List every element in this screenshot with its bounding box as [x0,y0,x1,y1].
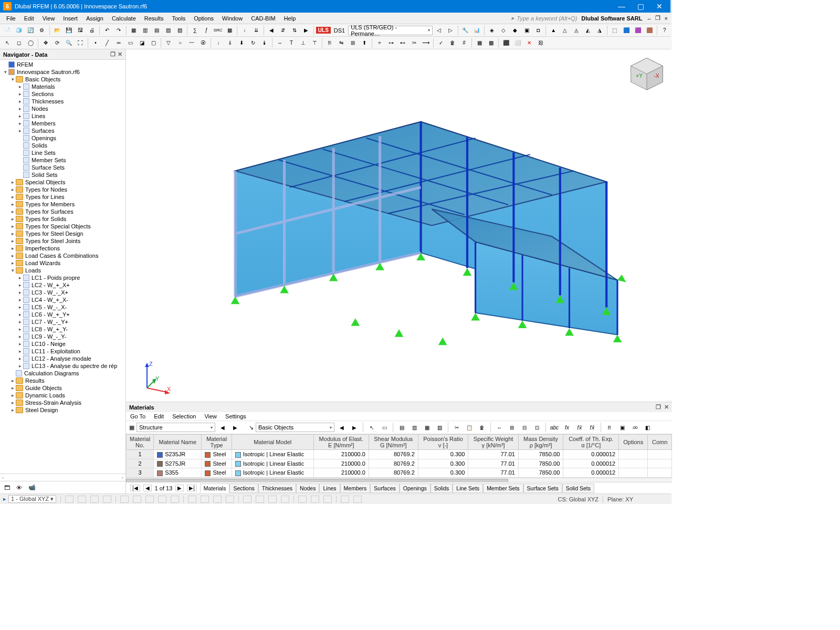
menu-assign[interactable]: Assign [82,14,108,23]
mp-tool-13-icon[interactable]: ⊡ [532,422,542,433]
load-temp-icon[interactable]: 🌡 [259,38,270,48]
mp-selection[interactable]: Selection [172,413,196,419]
view-2-icon[interactable]: ◇ [498,25,509,36]
check-icon[interactable]: ✓ [436,38,446,48]
mp-fx-icon[interactable]: abc [549,422,560,433]
view-3-icon[interactable]: ◆ [510,25,520,36]
sync2-icon[interactable]: ⇅ [289,25,300,36]
tree-lc-11[interactable]: ▸LC12 - Analyse modale [0,355,125,362]
tab-solids[interactable]: Solids [430,484,453,493]
tree-mid-5[interactable]: ▸Types for Solids [0,215,125,223]
line-icon[interactable]: ╱ [102,38,112,48]
pg-first-icon[interactable]: |◀ [130,485,140,491]
mp-tool-12-icon[interactable]: ⊟ [519,422,530,433]
calc-icon[interactable]: ∑ [190,25,200,36]
mp-exp2-icon[interactable]: ▣ [617,422,627,433]
tree-loads[interactable]: ▾Loads [0,267,125,274]
navigator-tree[interactable]: RFEM▾Innovespace Sautron.rf6▾Basic Objec… [0,60,125,474]
table-row[interactable]: 1 S235JR Steel Isotropic | Linear Elasti… [127,450,672,459]
zoom-icon[interactable]: 🔍 [64,38,74,48]
tab-thicknesses[interactable]: Thicknesses [258,484,296,493]
sb-7-icon[interactable] [145,496,154,503]
undo-icon[interactable]: ↶ [102,25,112,36]
table-icon[interactable]: ▤ [151,25,162,36]
mp-tool-8-icon[interactable]: 📋 [464,422,475,433]
sb-16-icon[interactable] [268,496,277,503]
save-all-icon[interactable]: 🖫 [75,25,86,36]
grp-1-icon[interactable]: ⬛ [501,38,511,48]
panel-close-icon[interactable]: ✕ [664,404,669,411]
menu-edit[interactable]: Edit [20,14,38,23]
spring-icon[interactable]: 〰 [186,38,197,48]
block-icon[interactable]: 🧊 [14,25,24,36]
mdi-close-icon[interactable]: × [663,15,670,22]
tab-openings[interactable]: Openings [400,484,430,493]
sb-17-icon[interactable] [281,496,289,503]
mirror-icon[interactable]: ⇋ [336,38,346,48]
sb-13-icon[interactable] [226,496,234,503]
new-file-icon[interactable]: 📄 [2,25,13,36]
sb-14-icon[interactable] [243,496,251,503]
materials-grid[interactable]: Material No. Material Name Material Type… [126,434,672,478]
cs-dropdown[interactable]: 1 - Global XYZ ▾ [8,495,56,503]
settings-icon[interactable]: ⚙ [37,25,47,36]
calc-fe-icon[interactable]: ▦ [224,25,235,36]
basic-objects-dropdown[interactable]: Basic Objects [256,423,334,432]
sb-1-icon[interactable] [65,496,74,503]
mp-tool-7-icon[interactable]: ✂ [452,422,462,433]
tree-bo-12[interactable]: Solid Sets [0,171,125,178]
solid-icon[interactable]: ◪ [136,38,147,48]
table3-icon[interactable]: ▨ [174,25,185,36]
mp-tool-11-icon[interactable]: ⊞ [507,422,517,433]
select-rect-icon[interactable]: ◻ [14,38,24,48]
tree-root[interactable]: RFEM [0,61,125,68]
grp-2-icon[interactable]: ⬜ [512,38,523,48]
sync-icon[interactable]: ⇵ [278,25,288,36]
tree-lc-0[interactable]: ▸LC1 - Poids propre [0,274,125,281]
chain-icon[interactable]: ⛓ [536,38,546,48]
view-5-icon[interactable]: ◘ [533,25,543,36]
tree-bo-10[interactable]: Member Sets [0,156,125,164]
tree-mid-11[interactable]: ▸Load Wizards [0,259,125,267]
mp-tool-9-icon[interactable]: 🗑 [477,422,487,433]
tree-end-3[interactable]: ▸Stress-Strain Analysis [0,399,125,406]
render-1-icon[interactable]: ▲ [548,25,559,36]
select-mode-icon[interactable]: ⬚ [610,25,620,36]
nav-close-icon[interactable]: ✕ [118,51,122,58]
tree-mid-4[interactable]: ▸Types for Surfaces [0,208,125,215]
load-line-icon[interactable]: ⇓ [225,38,235,48]
select-cube1-icon[interactable]: 🟦 [621,25,632,36]
menu-file[interactable]: File [2,14,20,23]
mp-tool-4-icon[interactable]: ▥ [409,422,419,433]
member-icon[interactable]: ═ [113,38,124,48]
menu-results[interactable]: Results [140,14,168,23]
extend-icon[interactable]: ⟶ [421,38,431,48]
load-point-icon[interactable]: ↓ [213,38,224,48]
tree-bo-7[interactable]: Openings [0,134,125,142]
tree-mid-3[interactable]: ▸Types for Members [0,201,125,208]
close-button[interactable]: ✕ [650,0,669,13]
nav-tab-data-icon[interactable]: 🗔 [4,485,10,491]
sb-11-icon[interactable] [201,496,209,503]
section2-icon[interactable]: ⊤ [309,38,320,48]
load2-icon[interactable]: ⇊ [251,25,261,36]
menu-help[interactable]: Help [280,14,300,23]
keyword-search[interactable]: ▸ Type a keyword (Alt+Q) [511,15,577,22]
mp-tool-2-icon[interactable]: ▭ [379,422,390,433]
tab-nodes[interactable]: Nodes [296,484,319,493]
nav-data-icon[interactable]: ▦ [129,25,139,36]
render-4-icon[interactable]: ◭ [583,25,593,36]
sb-18-icon[interactable] [298,496,307,503]
tree-end-4[interactable]: ▸Steel Design [0,406,125,414]
tree-lc-12[interactable]: ▸LC13 - Analyse du spectre de rép [0,362,125,370]
refresh-icon[interactable]: 🔄 [25,25,36,36]
load-icon[interactable]: ↓ [239,25,250,36]
nav-tab-display-icon[interactable]: 👁 [16,485,22,491]
tree-bo-6[interactable]: ▸Surfaces [0,127,125,134]
tree-mid-8[interactable]: ▸Types for Steel Joints [0,237,125,245]
tree-bo-2[interactable]: ▸Thicknesses [0,98,125,105]
prev-case-icon[interactable]: ◁ [434,25,444,36]
mdi-min-icon[interactable]: – [645,15,653,22]
pg-next-icon[interactable]: ▶ [175,485,184,491]
save-icon[interactable]: 💾 [64,25,74,36]
